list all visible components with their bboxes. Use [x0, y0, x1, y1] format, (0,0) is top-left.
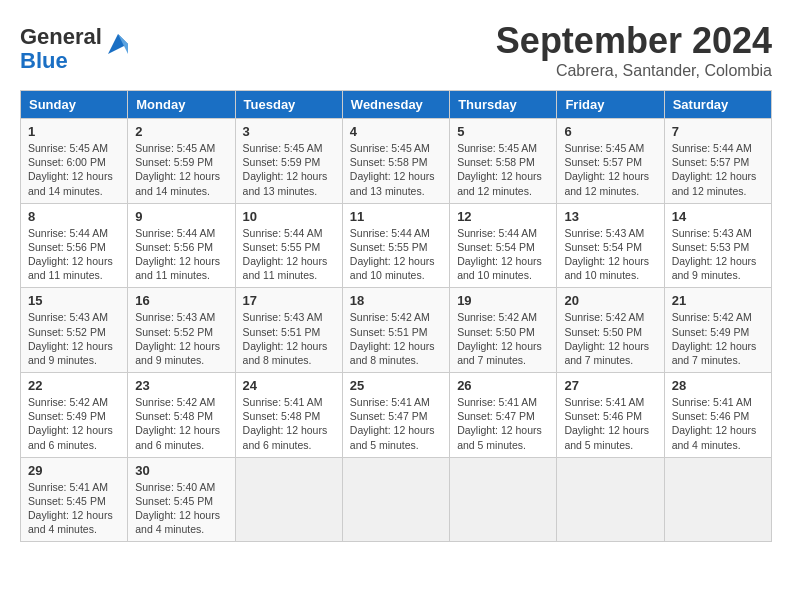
calendar-cell	[557, 457, 664, 542]
day-number: 1	[28, 124, 120, 139]
day-info: Sunrise: 5:41 AMSunset: 5:47 PMDaylight:…	[350, 395, 442, 452]
calendar-cell	[342, 457, 449, 542]
day-number: 13	[564, 209, 656, 224]
day-number: 10	[243, 209, 335, 224]
day-number: 28	[672, 378, 764, 393]
calendar-cell: 17Sunrise: 5:43 AMSunset: 5:51 PMDayligh…	[235, 288, 342, 373]
calendar-week-row: 22Sunrise: 5:42 AMSunset: 5:49 PMDayligh…	[21, 373, 772, 458]
calendar-cell: 16Sunrise: 5:43 AMSunset: 5:52 PMDayligh…	[128, 288, 235, 373]
day-info: Sunrise: 5:43 AMSunset: 5:51 PMDaylight:…	[243, 310, 335, 367]
calendar-cell: 21Sunrise: 5:42 AMSunset: 5:49 PMDayligh…	[664, 288, 771, 373]
calendar-cell: 28Sunrise: 5:41 AMSunset: 5:46 PMDayligh…	[664, 373, 771, 458]
page-header: General Blue September 2024 Cabrera, San…	[20, 20, 772, 80]
day-info: Sunrise: 5:44 AMSunset: 5:55 PMDaylight:…	[243, 226, 335, 283]
calendar-cell	[450, 457, 557, 542]
calendar-week-row: 29Sunrise: 5:41 AMSunset: 5:45 PMDayligh…	[21, 457, 772, 542]
day-number: 23	[135, 378, 227, 393]
day-info: Sunrise: 5:42 AMSunset: 5:50 PMDaylight:…	[457, 310, 549, 367]
calendar-cell	[235, 457, 342, 542]
calendar-cell: 3Sunrise: 5:45 AMSunset: 5:59 PMDaylight…	[235, 119, 342, 204]
day-info: Sunrise: 5:45 AMSunset: 5:58 PMDaylight:…	[350, 141, 442, 198]
day-info: Sunrise: 5:42 AMSunset: 5:49 PMDaylight:…	[672, 310, 764, 367]
calendar-cell: 10Sunrise: 5:44 AMSunset: 5:55 PMDayligh…	[235, 203, 342, 288]
calendar-cell: 26Sunrise: 5:41 AMSunset: 5:47 PMDayligh…	[450, 373, 557, 458]
day-header-wednesday: Wednesday	[342, 91, 449, 119]
day-number: 5	[457, 124, 549, 139]
calendar-cell: 1Sunrise: 5:45 AMSunset: 6:00 PMDaylight…	[21, 119, 128, 204]
day-info: Sunrise: 5:44 AMSunset: 5:54 PMDaylight:…	[457, 226, 549, 283]
location-title: Cabrera, Santander, Colombia	[496, 62, 772, 80]
day-info: Sunrise: 5:43 AMSunset: 5:52 PMDaylight:…	[28, 310, 120, 367]
day-info: Sunrise: 5:42 AMSunset: 5:49 PMDaylight:…	[28, 395, 120, 452]
day-number: 15	[28, 293, 120, 308]
day-header-friday: Friday	[557, 91, 664, 119]
day-info: Sunrise: 5:42 AMSunset: 5:51 PMDaylight:…	[350, 310, 442, 367]
calendar-cell: 11Sunrise: 5:44 AMSunset: 5:55 PMDayligh…	[342, 203, 449, 288]
day-info: Sunrise: 5:42 AMSunset: 5:48 PMDaylight:…	[135, 395, 227, 452]
calendar-cell: 13Sunrise: 5:43 AMSunset: 5:54 PMDayligh…	[557, 203, 664, 288]
day-header-monday: Monday	[128, 91, 235, 119]
day-header-thursday: Thursday	[450, 91, 557, 119]
logo: General Blue	[20, 25, 132, 73]
day-number: 4	[350, 124, 442, 139]
day-header-sunday: Sunday	[21, 91, 128, 119]
day-number: 8	[28, 209, 120, 224]
day-info: Sunrise: 5:41 AMSunset: 5:47 PMDaylight:…	[457, 395, 549, 452]
day-info: Sunrise: 5:44 AMSunset: 5:56 PMDaylight:…	[135, 226, 227, 283]
day-info: Sunrise: 5:45 AMSunset: 5:57 PMDaylight:…	[564, 141, 656, 198]
day-info: Sunrise: 5:41 AMSunset: 5:45 PMDaylight:…	[28, 480, 120, 537]
day-info: Sunrise: 5:41 AMSunset: 5:46 PMDaylight:…	[564, 395, 656, 452]
calendar-cell: 20Sunrise: 5:42 AMSunset: 5:50 PMDayligh…	[557, 288, 664, 373]
day-info: Sunrise: 5:40 AMSunset: 5:45 PMDaylight:…	[135, 480, 227, 537]
logo-text: General Blue	[20, 25, 102, 73]
calendar-week-row: 1Sunrise: 5:45 AMSunset: 6:00 PMDaylight…	[21, 119, 772, 204]
calendar-cell: 6Sunrise: 5:45 AMSunset: 5:57 PMDaylight…	[557, 119, 664, 204]
title-section: September 2024 Cabrera, Santander, Colom…	[496, 20, 772, 80]
calendar-cell: 27Sunrise: 5:41 AMSunset: 5:46 PMDayligh…	[557, 373, 664, 458]
calendar-cell: 5Sunrise: 5:45 AMSunset: 5:58 PMDaylight…	[450, 119, 557, 204]
day-info: Sunrise: 5:41 AMSunset: 5:46 PMDaylight:…	[672, 395, 764, 452]
calendar-week-row: 8Sunrise: 5:44 AMSunset: 5:56 PMDaylight…	[21, 203, 772, 288]
day-info: Sunrise: 5:44 AMSunset: 5:57 PMDaylight:…	[672, 141, 764, 198]
calendar-cell: 8Sunrise: 5:44 AMSunset: 5:56 PMDaylight…	[21, 203, 128, 288]
calendar-body: 1Sunrise: 5:45 AMSunset: 6:00 PMDaylight…	[21, 119, 772, 542]
calendar-table: SundayMondayTuesdayWednesdayThursdayFrid…	[20, 90, 772, 542]
calendar-header-row: SundayMondayTuesdayWednesdayThursdayFrid…	[21, 91, 772, 119]
calendar-cell: 4Sunrise: 5:45 AMSunset: 5:58 PMDaylight…	[342, 119, 449, 204]
day-header-tuesday: Tuesday	[235, 91, 342, 119]
day-number: 14	[672, 209, 764, 224]
day-number: 12	[457, 209, 549, 224]
day-info: Sunrise: 5:43 AMSunset: 5:53 PMDaylight:…	[672, 226, 764, 283]
calendar-cell: 18Sunrise: 5:42 AMSunset: 5:51 PMDayligh…	[342, 288, 449, 373]
month-title: September 2024	[496, 20, 772, 62]
day-info: Sunrise: 5:41 AMSunset: 5:48 PMDaylight:…	[243, 395, 335, 452]
day-number: 7	[672, 124, 764, 139]
day-header-saturday: Saturday	[664, 91, 771, 119]
calendar-cell: 7Sunrise: 5:44 AMSunset: 5:57 PMDaylight…	[664, 119, 771, 204]
calendar-cell: 29Sunrise: 5:41 AMSunset: 5:45 PMDayligh…	[21, 457, 128, 542]
day-number: 9	[135, 209, 227, 224]
day-info: Sunrise: 5:44 AMSunset: 5:56 PMDaylight:…	[28, 226, 120, 283]
calendar-cell: 2Sunrise: 5:45 AMSunset: 5:59 PMDaylight…	[128, 119, 235, 204]
calendar-week-row: 15Sunrise: 5:43 AMSunset: 5:52 PMDayligh…	[21, 288, 772, 373]
day-number: 3	[243, 124, 335, 139]
day-number: 21	[672, 293, 764, 308]
calendar-cell: 22Sunrise: 5:42 AMSunset: 5:49 PMDayligh…	[21, 373, 128, 458]
day-number: 16	[135, 293, 227, 308]
calendar-cell: 14Sunrise: 5:43 AMSunset: 5:53 PMDayligh…	[664, 203, 771, 288]
calendar-cell: 24Sunrise: 5:41 AMSunset: 5:48 PMDayligh…	[235, 373, 342, 458]
calendar-cell: 19Sunrise: 5:42 AMSunset: 5:50 PMDayligh…	[450, 288, 557, 373]
day-number: 11	[350, 209, 442, 224]
day-number: 25	[350, 378, 442, 393]
calendar-cell	[664, 457, 771, 542]
day-info: Sunrise: 5:45 AMSunset: 6:00 PMDaylight:…	[28, 141, 120, 198]
day-number: 17	[243, 293, 335, 308]
calendar-cell: 15Sunrise: 5:43 AMSunset: 5:52 PMDayligh…	[21, 288, 128, 373]
logo-icon	[104, 30, 132, 58]
day-info: Sunrise: 5:45 AMSunset: 5:59 PMDaylight:…	[135, 141, 227, 198]
calendar-cell: 9Sunrise: 5:44 AMSunset: 5:56 PMDaylight…	[128, 203, 235, 288]
day-info: Sunrise: 5:45 AMSunset: 5:59 PMDaylight:…	[243, 141, 335, 198]
day-number: 22	[28, 378, 120, 393]
day-info: Sunrise: 5:44 AMSunset: 5:55 PMDaylight:…	[350, 226, 442, 283]
day-number: 27	[564, 378, 656, 393]
